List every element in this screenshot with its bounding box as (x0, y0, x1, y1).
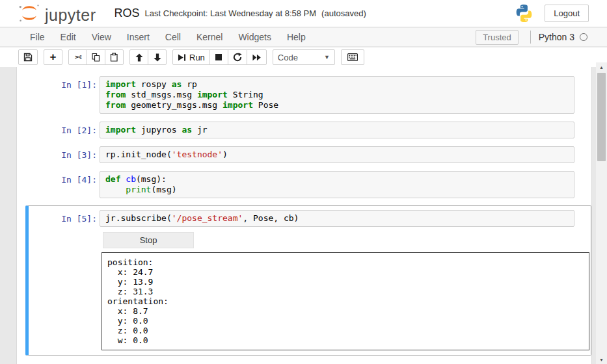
stop-icon (215, 53, 223, 61)
code-cell[interactable]: In [3]:rp.init_node('testnode') (25, 146, 591, 164)
scrollbar-down-arrow-icon[interactable]: ▼ (596, 355, 607, 364)
output-text: position: x: 24.7 y: 13.9 z: 31.3 orient… (107, 257, 584, 345)
code-editor[interactable]: rp.init_node('testnode') (100, 146, 574, 163)
jupyter-logo-text: jupyter (45, 7, 96, 23)
input-prompt: In [1]: (29, 76, 100, 90)
code-cell[interactable]: In [4]:def cb(msg): print(msg) (25, 170, 591, 199)
chevron-down-icon: ▼ (324, 54, 330, 60)
cell-type-value: Code (278, 53, 298, 62)
restart-kernel-icon (233, 53, 242, 62)
menu-item-widgets[interactable]: Widgets (230, 32, 279, 42)
jupyter-logo[interactable]: jupyter (18, 3, 96, 23)
menu-items: FileEditViewInsertCellKernelWidgetsHelp (22, 32, 314, 42)
run-icon (178, 53, 186, 62)
move-cell-down-button[interactable] (148, 49, 167, 65)
save-icon (23, 53, 33, 62)
toolbar: + ✂ (0, 47, 607, 67)
restart-run-all-icon (252, 53, 262, 62)
command-palette-keyboard-icon (347, 53, 358, 61)
add-cell-below-button[interactable]: + (44, 49, 62, 65)
code-editor[interactable]: jr.subscribe('/pose_stream', Pose, cb) (100, 210, 574, 227)
scrollbar-up-arrow-icon[interactable]: ▲ (596, 62, 607, 72)
divider (530, 31, 531, 44)
code-editor[interactable]: def cb(msg): print(msg) (100, 171, 574, 198)
notebook-cells: In [1]:import rospy as rpfrom std_msgs.m… (25, 75, 591, 356)
widget-area: Stop (103, 232, 591, 248)
kernel-name: Python 3 (539, 32, 574, 42)
add-cell-icon: + (50, 51, 57, 62)
logout-button[interactable]: Logout (545, 5, 589, 22)
vertical-scrollbar[interactable]: ▲ ▼ (596, 62, 607, 364)
input-prompt: In [5]: (29, 210, 100, 224)
input-prompt: In [4]: (29, 171, 100, 185)
output-area: position: x: 24.7 y: 13.9 z: 31.3 orient… (101, 252, 589, 350)
notebook-container: In [1]:import rospy as rpfrom std_msgs.m… (16, 67, 592, 364)
input-prompt: In [3]: (29, 146, 100, 160)
run-cell-button[interactable]: Run (172, 49, 210, 65)
paste-cell-button[interactable] (105, 49, 124, 65)
menu-item-cell[interactable]: Cell (157, 32, 189, 42)
interrupt-kernel-button[interactable] (209, 49, 228, 65)
scrollbar-thumb[interactable] (597, 73, 606, 161)
menubar: FileEditViewInsertCellKernelWidgetsHelp … (0, 28, 607, 47)
jupyter-notebook-app: jupyter ROS Last Checkpoint: Last Wednes… (0, 0, 607, 364)
copy-icon (92, 53, 100, 62)
move-down-icon (154, 53, 161, 62)
restart-run-all-button[interactable] (247, 49, 267, 65)
notebook-site: In [1]:import rospy as rpfrom std_msgs.m… (0, 67, 607, 364)
paste-icon (110, 53, 118, 62)
code-cell[interactable]: In [1]:import rospy as rpfrom std_msgs.m… (25, 75, 591, 114)
code-cell[interactable]: In [2]:import jupyros as jr (25, 121, 591, 139)
trusted-badge[interactable]: Trusted (476, 30, 519, 45)
autosave-status: (autosaved) (321, 8, 366, 18)
menu-item-help[interactable]: Help (279, 32, 314, 42)
menu-item-edit[interactable]: Edit (53, 32, 84, 42)
code-editor[interactable]: import jupyros as jr (100, 122, 574, 138)
save-button[interactable] (18, 49, 38, 65)
stop-button[interactable]: Stop (103, 232, 194, 248)
kernel-idle-indicator-icon (580, 33, 587, 41)
move-up-icon (135, 53, 143, 62)
menu-item-insert[interactable]: Insert (119, 32, 157, 42)
menu-item-kernel[interactable]: Kernel (189, 32, 230, 42)
restart-kernel-button[interactable] (228, 49, 247, 65)
jupyter-logo-icon (18, 3, 41, 23)
code-cell-selected[interactable]: In [5]:jr.subscribe('/pose_stream', Pose… (25, 205, 591, 356)
notebook-title[interactable]: ROS (115, 6, 140, 20)
code-editor[interactable]: import rospy as rpfrom std_msgs.msg impo… (100, 76, 574, 114)
python-logo-icon (514, 3, 534, 23)
notebook-header: jupyter ROS Last Checkpoint: Last Wednes… (0, 0, 607, 27)
menu-item-view[interactable]: View (84, 32, 119, 42)
menu-item-file[interactable]: File (22, 32, 53, 42)
run-button-label: Run (189, 53, 205, 62)
move-cell-up-button[interactable] (129, 49, 148, 65)
cell-type-dropdown[interactable]: Code ▼ (273, 49, 335, 65)
cut-cell-button[interactable]: ✂ (68, 49, 87, 65)
copy-cell-button[interactable] (87, 49, 105, 65)
command-palette-button[interactable] (341, 49, 364, 65)
checkpoint-status: Last Checkpoint: Last Wednesday at 8:58 … (145, 8, 317, 18)
cut-icon: ✂ (74, 52, 82, 62)
input-prompt: In [2]: (29, 122, 100, 135)
